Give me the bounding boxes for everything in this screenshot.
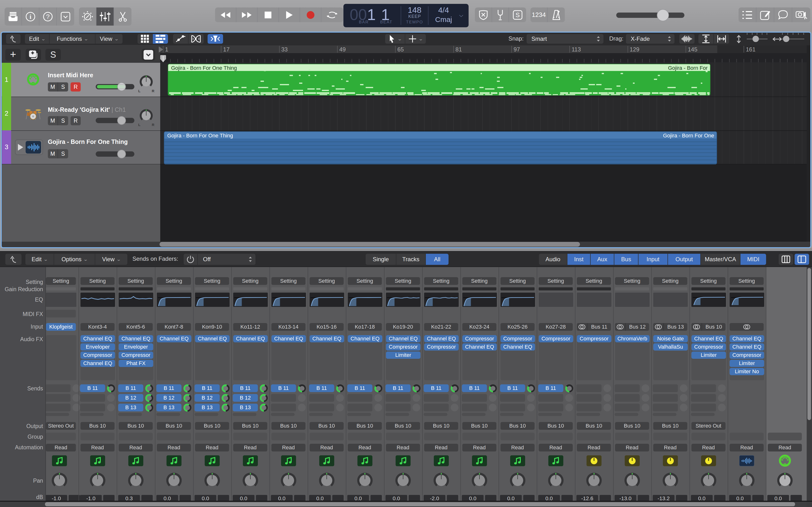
svg-text:?: ? [46, 13, 50, 20]
svg-text:i: i [30, 13, 31, 20]
svg-text:S: S [515, 11, 520, 18]
